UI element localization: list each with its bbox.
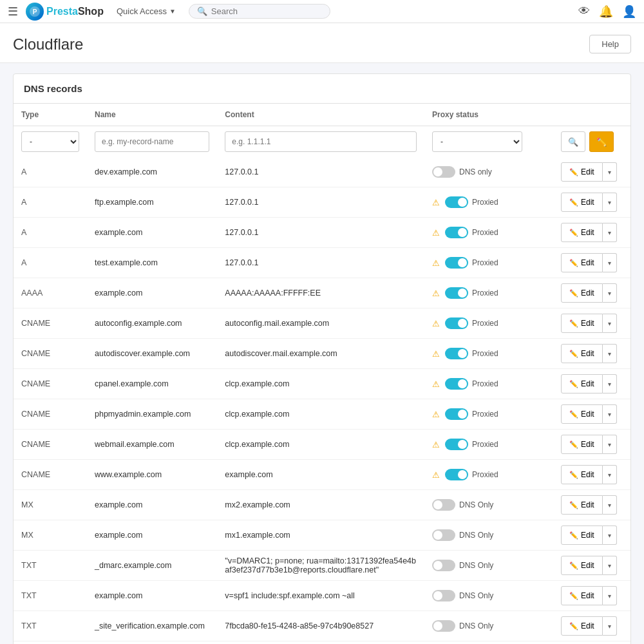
proxy-toggle[interactable]	[445, 227, 468, 238]
svg-text:P: P	[33, 8, 37, 15]
edit-button[interactable]: ✏️ Edit	[561, 223, 603, 242]
user-icon[interactable]: 👤	[622, 5, 636, 19]
edit-button[interactable]: ✏️ Edit	[561, 526, 603, 545]
edit-dropdown-button[interactable]: ▾	[603, 586, 617, 605]
proxy-toggle[interactable]	[445, 196, 468, 208]
proxy-toggle[interactable]	[432, 620, 455, 632]
edit-button[interactable]: ✏️ Edit	[561, 495, 603, 515]
table-row: TXTexample.comv=spf1 include:spf.example…	[14, 581, 630, 611]
record-content: AAAAA:AAAAA:FFFFF:EE	[217, 278, 424, 308]
record-content: 127.0.0.1	[217, 187, 424, 218]
record-actions: ✏️ Edit▾	[553, 430, 630, 460]
edit-button[interactable]: ✏️ Edit	[561, 465, 603, 484]
edit-dropdown-button[interactable]: ▾	[603, 556, 617, 575]
type-filter-select[interactable]: - A AAAA CNAME MX TXT	[21, 131, 79, 152]
proxy-label: Proxied	[472, 410, 498, 419]
edit-dropdown-button[interactable]: ▾	[603, 223, 617, 242]
search-bar[interactable]: 🔍	[189, 4, 330, 19]
record-content: v=spf1 include:spf.example.com ~all	[217, 581, 424, 611]
proxy-toggle[interactable]	[445, 439, 468, 450]
table-row: CNAMEcpanel.example.comclcp.example.com⚠…	[14, 369, 630, 399]
proxy-toggle[interactable]	[445, 257, 468, 269]
proxy-toggle[interactable]	[445, 317, 468, 329]
record-type: A	[14, 157, 87, 187]
quick-access-menu[interactable]: Quick Access ▼	[111, 4, 181, 19]
edit-dropdown-button[interactable]: ▾	[603, 404, 617, 424]
edit-dropdown-button[interactable]: ▾	[603, 162, 617, 182]
edit-button[interactable]: ✏️ Edit	[561, 556, 603, 575]
edit-button[interactable]: ✏️ Edit	[561, 253, 603, 272]
filter-row: - A AAAA CNAME MX TXT	[14, 126, 630, 158]
filter-edit-button[interactable]: ✏️	[589, 131, 614, 152]
record-content: 7fbcda80-fe15-4248-a85e-97c4b90e8527	[217, 611, 424, 641]
edit-button[interactable]: ✏️ Edit	[561, 404, 603, 424]
pencil-icon: ✏️	[569, 198, 578, 207]
proxy-toggle[interactable]	[445, 287, 468, 299]
help-button[interactable]: Help	[589, 35, 631, 53]
record-actions: ✏️ Edit▾	[553, 551, 630, 581]
table-row: Atest.example.com127.0.0.1⚠Proxied✏️ Edi…	[14, 248, 630, 278]
pencil-icon: ✏️	[596, 137, 607, 147]
menu-icon[interactable]: ☰	[8, 5, 18, 19]
record-content: clcp.example.com	[217, 369, 424, 399]
record-type: TXT	[14, 611, 87, 641]
proxy-label: Proxied	[472, 198, 498, 207]
edit-dropdown-button[interactable]: ▾	[603, 283, 617, 303]
record-name: titan1._domainkey.example.com	[87, 641, 217, 645]
record-type: CNAME	[14, 308, 87, 339]
proxy-toggle[interactable]	[432, 560, 455, 571]
edit-dropdown-button[interactable]: ▾	[603, 193, 617, 212]
record-content: mx2.example.com	[217, 490, 424, 520]
edit-button[interactable]: ✏️ Edit	[561, 314, 603, 333]
edit-dropdown-button[interactable]: ▾	[603, 314, 617, 333]
proxy-toggle[interactable]	[445, 408, 468, 420]
record-type: MX	[14, 490, 87, 520]
proxy-toggle[interactable]	[432, 590, 455, 601]
prestashop-logo[interactable]: P PrestaShop	[26, 3, 104, 21]
record-type: TXT	[14, 581, 87, 611]
col-content: Content	[217, 104, 424, 126]
proxy-filter-select[interactable]: - Proxied DNS Only	[432, 131, 522, 152]
record-content: mx1.example.com	[217, 520, 424, 551]
proxy-toggle[interactable]	[432, 166, 455, 178]
quick-access-chevron-icon: ▼	[169, 8, 176, 15]
edit-dropdown-button[interactable]: ▾	[603, 374, 617, 393]
edit-button[interactable]: ✏️ Edit	[561, 586, 603, 605]
name-filter-input[interactable]	[95, 131, 209, 152]
warning-icon: ⚠	[432, 410, 440, 419]
dns-card-title: DNS records	[14, 74, 630, 104]
edit-button[interactable]: ✏️ Edit	[561, 193, 603, 212]
proxy-toggle[interactable]	[432, 499, 455, 511]
notifications-icon[interactable]: 🔔	[599, 5, 613, 19]
preview-icon[interactable]: 👁	[578, 5, 590, 18]
proxy-toggle[interactable]	[445, 348, 468, 359]
edit-button[interactable]: ✏️ Edit	[561, 616, 603, 636]
proxy-toggle[interactable]	[432, 529, 455, 541]
edit-dropdown-button[interactable]: ▾	[603, 435, 617, 454]
proxy-toggle[interactable]	[445, 378, 468, 390]
edit-button[interactable]: ✏️ Edit	[561, 344, 603, 363]
record-content: v=DKIM1; k=rsa; p=MIGfMA0GCSqGSIb3DQEBAQ…	[217, 641, 424, 645]
edit-dropdown-button[interactable]: ▾	[603, 253, 617, 272]
proxy-toggle[interactable]	[445, 469, 468, 480]
filter-search-button[interactable]: 🔍	[561, 131, 585, 152]
edit-dropdown-button[interactable]: ▾	[603, 495, 617, 515]
edit-dropdown-button[interactable]: ▾	[603, 616, 617, 636]
record-name: _dmarc.example.com	[87, 551, 217, 581]
search-input[interactable]	[211, 6, 322, 16]
chevron-down-icon: ▾	[608, 471, 611, 478]
record-type: A	[14, 218, 87, 248]
content-filter-input[interactable]	[225, 131, 417, 152]
edit-button[interactable]: ✏️ Edit	[561, 435, 603, 454]
edit-dropdown-button[interactable]: ▾	[603, 344, 617, 363]
edit-button[interactable]: ✏️ Edit	[561, 283, 603, 303]
edit-dropdown-button[interactable]: ▾	[603, 526, 617, 545]
edit-dropdown-button[interactable]: ▾	[603, 465, 617, 484]
record-name: example.com	[87, 520, 217, 551]
edit-button[interactable]: ✏️ Edit	[561, 162, 603, 182]
table-row: Aexample.com127.0.0.1⚠Proxied✏️ Edit▾	[14, 218, 630, 248]
record-proxy-status: ⚠Proxied	[424, 399, 553, 430]
chevron-down-icon: ▾	[608, 411, 611, 418]
edit-button[interactable]: ✏️ Edit	[561, 374, 603, 393]
warning-icon: ⚠	[432, 440, 440, 450]
